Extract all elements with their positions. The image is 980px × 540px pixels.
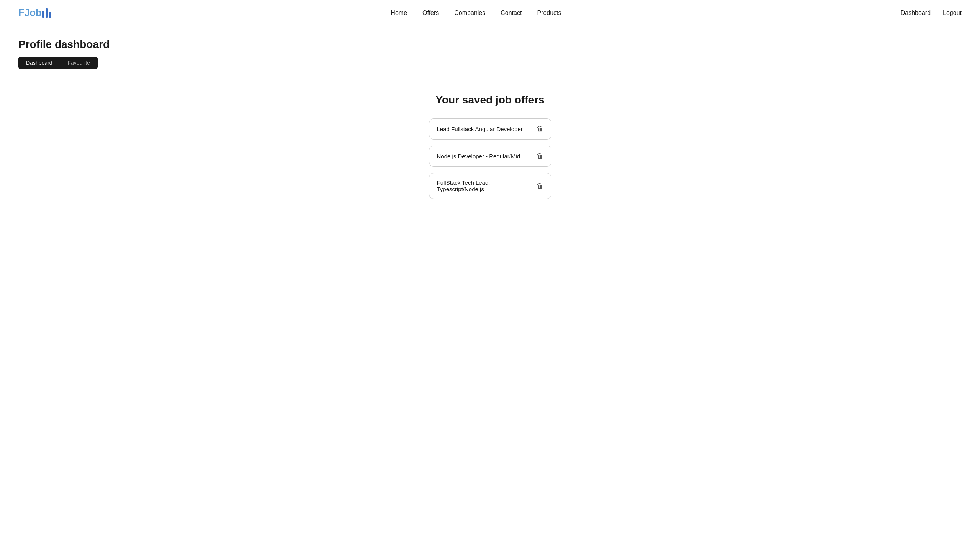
tab-favourite[interactable]: Favourite [60, 57, 98, 69]
saved-jobs-title: Your saved job offers [435, 94, 544, 106]
delete-icon-2[interactable]: 🗑 [537, 152, 543, 160]
navbar: FJob Home Offers Companies Contact Produ… [0, 0, 980, 26]
page-title: Profile dashboard [18, 38, 962, 51]
job-item-2[interactable]: Node.js Developer - Regular/Mid 🗑 [429, 146, 551, 167]
nav-link-dashboard[interactable]: Dashboard [901, 10, 931, 16]
main-content: Profile dashboard Dashboard Favourite [0, 26, 980, 69]
navbar-center: Home Offers Companies Contact Products [391, 10, 561, 16]
logo-text[interactable]: FJob [18, 7, 41, 19]
job-title-3: FullStack Tech Lead: Typescript/Node.js [437, 179, 537, 192]
nav-link-logout[interactable]: Logout [943, 10, 962, 16]
nav-link-products[interactable]: Products [537, 10, 561, 16]
logo-area: FJob [18, 7, 51, 19]
job-item-1[interactable]: Lead Fullstack Angular Developer 🗑 [429, 118, 551, 140]
nav-link-home[interactable]: Home [391, 10, 407, 16]
navbar-right: Dashboard Logout [901, 10, 962, 16]
nav-link-contact[interactable]: Contact [501, 10, 522, 16]
saved-jobs-section: Your saved job offers Lead Fullstack Ang… [0, 69, 980, 199]
job-item-3[interactable]: FullStack Tech Lead: Typescript/Node.js … [429, 173, 551, 199]
job-title-1: Lead Fullstack Angular Developer [437, 126, 523, 132]
delete-icon-1[interactable]: 🗑 [537, 125, 543, 133]
delete-icon-3[interactable]: 🗑 [537, 182, 543, 190]
tabs-container: Dashboard Favourite [18, 57, 98, 69]
logo-bar-3 [49, 12, 51, 18]
logo-bar-1 [42, 11, 44, 18]
nav-link-offers[interactable]: Offers [422, 10, 439, 16]
tab-dashboard[interactable]: Dashboard [18, 57, 60, 69]
logo-bar-2 [46, 8, 48, 18]
job-title-2: Node.js Developer - Regular/Mid [437, 153, 520, 159]
logo-bars-icon [42, 8, 51, 18]
job-list: Lead Fullstack Angular Developer 🗑 Node.… [429, 118, 551, 199]
nav-link-companies[interactable]: Companies [454, 10, 485, 16]
